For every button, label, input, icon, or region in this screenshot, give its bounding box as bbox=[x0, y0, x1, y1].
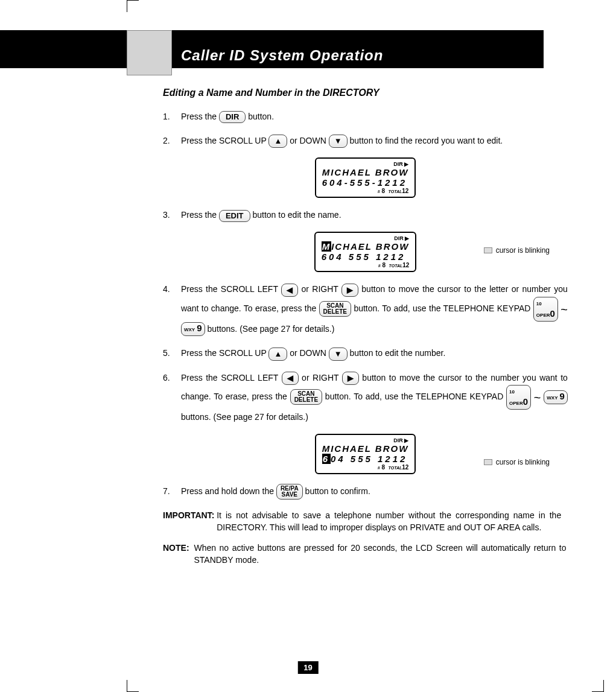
step-4-text-e: buttons. (See page 27 for details.) bbox=[207, 324, 334, 334]
key0-sub-2: OPER bbox=[509, 401, 523, 406]
tilde-1: ~ bbox=[560, 302, 568, 316]
key9-main: 9 bbox=[197, 323, 202, 333]
step-3-text-b: button to edit the name. bbox=[252, 210, 341, 220]
lcd-display-1: DIR ▶ MICHAEL BROW 604-555-1212 # 8 TOTA… bbox=[163, 157, 568, 198]
keypad-9-button-2: WXY 9 bbox=[544, 390, 568, 404]
step-7-text-b: button to confirm. bbox=[305, 486, 370, 496]
step-3-text-a: Press the bbox=[181, 210, 219, 220]
key0-sub: OPER bbox=[536, 313, 550, 318]
header-title: Caller ID System Operation bbox=[181, 47, 544, 64]
crop-mark-tl bbox=[127, 0, 139, 12]
step-2-text-b: or DOWN bbox=[290, 136, 329, 145]
keypad-9-button: WXY 9 bbox=[181, 322, 205, 336]
key9-main-2: 9 bbox=[560, 391, 565, 401]
key0-sup-2: 10 bbox=[509, 389, 515, 395]
lcd2-hash: # bbox=[378, 264, 381, 268]
key9-sub-2: WXY bbox=[547, 395, 557, 401]
step-4-text-a: Press the SCROLL LEFT bbox=[181, 284, 281, 294]
step-2-body: Press the SCROLL UP ▲ or DOWN ▼ button t… bbox=[181, 133, 568, 148]
step-4-number: 4. bbox=[163, 282, 179, 296]
step-6: 6. Press the SCROLL LEFT ◀ or RIGHT ▶ bu… bbox=[163, 370, 568, 424]
step-6-text-a: Press the SCROLL LEFT bbox=[181, 373, 282, 383]
scroll-right-icon-2: ▶ bbox=[342, 372, 359, 385]
important-text: It is not advisable to save a telephone … bbox=[217, 509, 561, 533]
lcd3-hash: # bbox=[378, 466, 380, 470]
step-2-number: 2. bbox=[163, 133, 179, 148]
cursor-note-1-text: cursor is blinking bbox=[496, 246, 550, 255]
important-label: IMPORTANT bbox=[163, 510, 212, 520]
step-6-body: Press the SCROLL LEFT ◀ or RIGHT ▶ butto… bbox=[181, 370, 568, 424]
step-5: 5. Press the SCROLL UP ▲ or DOWN ▼ butto… bbox=[163, 346, 568, 360]
step-2-text-c: button to find the record you want to ed… bbox=[350, 136, 503, 145]
step-3-body: Press the EDIT button to edit the name. bbox=[181, 208, 568, 222]
step-5-text-c: button to edit the number. bbox=[350, 348, 446, 358]
cursor-note-2: cursor is blinking bbox=[484, 458, 550, 466]
lcd3-num-rest: 04 555 1212 bbox=[331, 454, 407, 464]
lcd1-hash: # bbox=[378, 189, 380, 194]
step-4-body: Press the SCROLL LEFT ◀ or RIGHT ▶ butto… bbox=[181, 282, 568, 336]
lcd1-name: MICHAEL BROW bbox=[322, 167, 409, 177]
note-block: NOTE: When no active buttons are pressed… bbox=[163, 542, 568, 566]
lcd2-name-rest: ICHAEL BROW bbox=[331, 241, 409, 252]
lcd2-dir-tri: ▶ bbox=[405, 235, 409, 241]
step-6-text-d: button. To add, use the TELEPHONE KEYPAD bbox=[325, 392, 506, 401]
lcd2-number: 604 555 1212 bbox=[322, 252, 410, 262]
step-5-body: Press the SCROLL UP ▲ or DOWN ▼ button t… bbox=[181, 346, 568, 360]
tilde-2: ~ bbox=[534, 390, 541, 404]
key0-main: 0 bbox=[550, 308, 555, 319]
step-1-number: 1. bbox=[163, 109, 179, 124]
step-6-text-e: buttons. (See page 27 for details.) bbox=[181, 412, 308, 422]
lcd3-dir-label: DIR bbox=[393, 437, 403, 443]
scan-delete-button-2: SCANDELETE bbox=[290, 389, 322, 405]
keypad-0-button-2: 10OPER0 bbox=[506, 385, 531, 410]
step-3-number: 3. bbox=[163, 208, 179, 222]
lcd1-dir-label: DIR bbox=[393, 161, 403, 167]
step-2: 2. Press the SCROLL UP ▲ or DOWN ▼ butto… bbox=[163, 133, 568, 148]
cursor-box-icon-2 bbox=[484, 459, 492, 465]
step-5-text-b: or DOWN bbox=[290, 348, 329, 358]
lcd2-cursor-char: M bbox=[322, 241, 332, 252]
delete-label-2: DELETE bbox=[294, 396, 318, 403]
header-badge bbox=[127, 30, 172, 75]
step-4: 4. Press the SCROLL LEFT ◀ or RIGHT ▶ bu… bbox=[163, 282, 568, 336]
step-1-text-a: Press the bbox=[181, 112, 219, 121]
lcd3-idx: 8 bbox=[381, 464, 385, 471]
lcd2-idx: 8 bbox=[382, 262, 386, 268]
note-label: NOTE bbox=[163, 543, 186, 553]
crop-mark-bl bbox=[127, 680, 139, 692]
lcd2-total-label: TOTAL bbox=[389, 264, 403, 268]
lcd1-total-label: TOTAL bbox=[389, 189, 402, 194]
save-label: SAVE bbox=[282, 491, 298, 498]
step-1: 1. Press the DIR button. bbox=[163, 109, 568, 124]
scroll-right-icon: ▶ bbox=[341, 284, 358, 297]
step-4-text-b: or RIGHT bbox=[301, 284, 341, 294]
lcd3-cursor-char: 6 bbox=[322, 454, 331, 464]
dir-button: DIR bbox=[219, 111, 246, 123]
step-7-text-a: Press and hold down the bbox=[181, 486, 276, 496]
lcd3-dir-tri: ▶ bbox=[404, 437, 408, 443]
step-1-text-b: button. bbox=[248, 112, 274, 121]
scroll-down-icon-2: ▼ bbox=[329, 348, 348, 361]
scroll-up-icon: ▲ bbox=[268, 135, 287, 148]
step-7-body: Press and hold down the RE/PASAVE button… bbox=[181, 484, 568, 500]
lcd-display-3: DIR ▶ MICHAEL BROW 604 555 1212 # 8 TOTA… bbox=[163, 434, 568, 474]
step-2-text-a: Press the SCROLL UP bbox=[181, 136, 269, 145]
step-5-text-a: Press the SCROLL UP bbox=[181, 348, 269, 358]
section-heading: Editing a Name and Number in the DIRECTO… bbox=[163, 87, 568, 98]
key0-sup: 10 bbox=[536, 301, 542, 306]
delete-label: DELETE bbox=[323, 308, 347, 315]
cursor-note-2-text: cursor is blinking bbox=[496, 458, 550, 466]
scan-delete-button: SCANDELETE bbox=[319, 301, 351, 317]
step-6-text-b: or RIGHT bbox=[302, 373, 342, 383]
lcd1-total: 12 bbox=[402, 188, 408, 194]
scroll-left-icon: ◀ bbox=[281, 284, 298, 297]
cursor-note-1: cursor is blinking bbox=[484, 246, 550, 255]
lcd2-dir-label: DIR bbox=[394, 235, 404, 241]
step-3: 3. Press the EDIT button to edit the nam… bbox=[163, 208, 568, 222]
lcd1-dir-tri: ▶ bbox=[404, 161, 408, 167]
cursor-box-icon bbox=[484, 247, 492, 253]
lcd1-idx: 8 bbox=[381, 188, 385, 194]
step-7: 7. Press and hold down the RE/PASAVE but… bbox=[163, 484, 568, 500]
step-1-body: Press the DIR button. bbox=[181, 109, 568, 124]
step-5-number: 5. bbox=[163, 346, 179, 360]
